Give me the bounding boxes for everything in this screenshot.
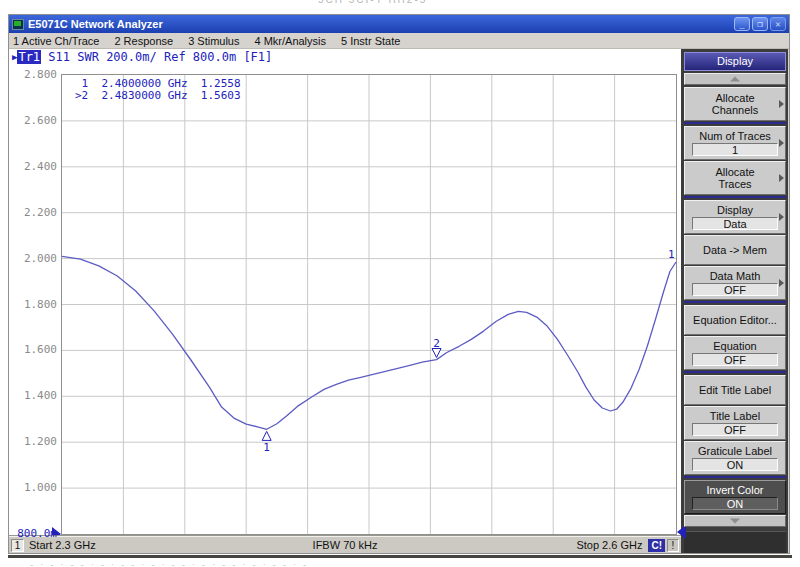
softkey-group-separator xyxy=(684,122,786,124)
y-axis-reference-label: 800.0m xyxy=(9,527,57,540)
channel-number-box: 1 xyxy=(11,539,24,552)
graph-plot-area: 112 xyxy=(61,74,677,535)
softkey-equation-editor[interactable]: Equation Editor... xyxy=(684,305,786,335)
stop-frequency-label: Stop 2.6 GHz xyxy=(576,539,642,551)
softkey-value: OFF xyxy=(692,423,778,436)
softkey-label: Data -> Mem xyxy=(703,244,767,256)
softkey-display[interactable]: DisplayData xyxy=(684,200,786,234)
menu-item-4-mkr-analysis[interactable]: 4 Mkr/Analysis xyxy=(254,35,326,47)
y-axis-tick-label: 1.600 xyxy=(9,343,57,356)
cropped-caption-bottom: - · - · - - · - · - - · - · - - · - · - … xyxy=(30,559,770,567)
softkey-edit-title-label[interactable]: Edit Title Label xyxy=(684,375,786,405)
menu-item-1-active-ch-trace[interactable]: 1 Active Ch/Trace xyxy=(13,35,99,47)
softkey-label: Equation Editor... xyxy=(693,314,777,326)
marker-readout: 1 2.4000000 GHz 1.2558 >2 2.4830000 GHz … xyxy=(75,78,241,102)
menu-item-3-stimulus[interactable]: 3 Stimulus xyxy=(188,35,239,47)
window-bottom-edge xyxy=(8,555,792,558)
softkey-label: Data Math xyxy=(710,270,761,282)
softkey-invert-color[interactable]: Invert ColorON xyxy=(684,480,786,514)
application-window: E5071C Network Analyzer _ ❐ ✕ 1 Active C… xyxy=(8,14,790,554)
submenu-arrow-icon xyxy=(779,100,784,108)
softkey-equation[interactable]: EquationOFF xyxy=(684,336,786,370)
softkey-title-label[interactable]: Title LabelOFF xyxy=(684,406,786,440)
app-icon xyxy=(12,19,24,30)
softkey-value: OFF xyxy=(692,283,778,296)
swr-trace-chart: 112 xyxy=(62,75,676,534)
alert-badge: ! xyxy=(667,539,679,552)
submenu-arrow-icon xyxy=(779,279,784,287)
submenu-arrow-icon xyxy=(779,139,784,147)
trace-id-badge[interactable]: Tr1 xyxy=(17,50,41,64)
marker-2-label: 2 xyxy=(433,337,440,350)
menu-bar: 1 Active Ch/Trace2 Response3 Stimulus4 M… xyxy=(9,33,789,49)
y-axis-tick-label: 1.400 xyxy=(9,389,57,402)
softkey-graticule-label[interactable]: Graticule LabelON xyxy=(684,441,786,475)
softkey-label: Display xyxy=(717,204,753,216)
calibration-badge: C! xyxy=(648,539,665,552)
softkey-group-separator xyxy=(684,301,786,303)
start-frequency-label: Start 2.3 GHz xyxy=(29,539,96,551)
softkey-value: ON xyxy=(692,497,778,510)
softkey-label: Num of Traces xyxy=(699,130,771,142)
menu-item-2-response[interactable]: 2 Response xyxy=(114,35,173,47)
softkey-label: Channels xyxy=(712,104,758,116)
submenu-arrow-icon xyxy=(779,174,784,182)
marker-2-triangle-icon[interactable] xyxy=(432,349,441,358)
softkey-value: 1 xyxy=(692,143,778,156)
softkey-label: Title Label xyxy=(710,410,760,422)
softkey-label: Invert Color xyxy=(707,484,764,496)
softkey-value: Data xyxy=(692,217,778,230)
softkey-label: Edit Title Label xyxy=(699,384,771,396)
softkey-num-of-traces[interactable]: Num of Traces1 xyxy=(684,126,786,160)
restore-button[interactable]: ❐ xyxy=(752,17,768,31)
softkey-label: Equation xyxy=(713,340,756,352)
close-button[interactable]: ✕ xyxy=(770,17,786,31)
softkey-label: Allocate xyxy=(715,166,754,178)
trace-status-line: ▶Tr1 S11 SWR 200.0m/ Ref 800.0m [F1] xyxy=(12,50,272,64)
channel-status-bar: 1 Start 2.3 GHz IFBW 70 kHz Stop 2.6 GHz… xyxy=(9,536,681,553)
triangle-down-icon xyxy=(730,519,740,524)
y-axis-tick-label: 1.800 xyxy=(9,298,57,311)
softkey-group-separator xyxy=(684,371,786,373)
trace-end-number-label: 1 xyxy=(668,248,675,261)
window-title: E5071C Network Analyzer xyxy=(28,18,732,30)
y-axis-tick-label: 2.400 xyxy=(9,160,57,173)
triangle-up-icon xyxy=(730,77,740,82)
softkey-label: Traces xyxy=(718,178,751,190)
y-axis-tick-label: 1.200 xyxy=(9,435,57,448)
softkey-scroll-down-button[interactable] xyxy=(684,515,786,527)
softkey-data-math[interactable]: Data MathOFF xyxy=(684,266,786,300)
softkey-group-separator xyxy=(684,196,786,198)
softkey-group-separator xyxy=(684,476,786,478)
y-axis-tick-label: 2.800 xyxy=(9,68,57,81)
softkey-value: ON xyxy=(692,458,778,471)
softkey-allocate-traces[interactable]: AllocateTraces xyxy=(684,161,786,195)
softkey-allocate-channels[interactable]: AllocateChannels xyxy=(684,87,786,121)
minimize-button[interactable]: _ xyxy=(734,17,750,31)
submenu-arrow-icon xyxy=(779,213,784,221)
softkey-label: Allocate xyxy=(715,92,754,104)
y-axis-tick-label: 2.200 xyxy=(9,206,57,219)
softkey-sidebar: Display AllocateChannelsNum of Traces1Al… xyxy=(681,49,788,553)
trace-scale-text: S11 SWR 200.0m/ Ref 800.0m [F1] xyxy=(41,50,272,64)
softkey-value: OFF xyxy=(692,353,778,366)
softkey-label: Graticule Label xyxy=(698,445,772,457)
y-axis-tick-label: 1.000 xyxy=(9,481,57,494)
marker-1-label: 1 xyxy=(263,441,270,454)
instrument-display: ▶Tr1 S11 SWR 200.0m/ Ref 800.0m [F1] 112… xyxy=(9,49,681,553)
softkey-scroll-up-button[interactable] xyxy=(684,73,786,85)
menu-item-5-instr-state[interactable]: 5 Instr State xyxy=(341,35,400,47)
y-axis-tick-label: 2.000 xyxy=(9,252,57,265)
cropped-caption-top: 5CH 5CI-T HH2-5 xyxy=(318,0,508,6)
sidebar-empty-area xyxy=(684,531,786,553)
y-axis-tick-label: 2.600 xyxy=(9,114,57,127)
softkey-menu-title: Display xyxy=(684,52,786,71)
softkey-data-mem[interactable]: Data -> Mem xyxy=(684,235,786,265)
title-bar: E5071C Network Analyzer _ ❐ ✕ xyxy=(9,15,789,33)
marker-1-triangle-icon[interactable] xyxy=(262,431,271,440)
